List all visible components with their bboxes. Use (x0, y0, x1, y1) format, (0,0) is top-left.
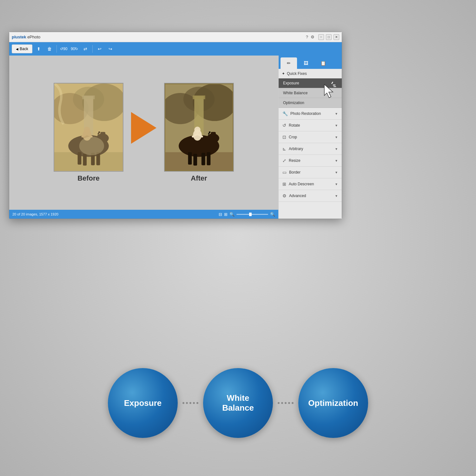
rotate-chevron: ▼ (335, 124, 338, 127)
dot (281, 402, 283, 404)
dot (278, 402, 280, 404)
circle-exposure-label: Exposure (124, 398, 162, 408)
help-icon[interactable]: ? (306, 35, 308, 39)
circle-optimization: Optimization (298, 368, 368, 438)
section-border[interactable]: ▭ Border ▼ (279, 167, 342, 178)
dot (292, 402, 294, 404)
circle-white-balance: White Balance (203, 368, 273, 438)
auto-descreen-chevron: ▼ (335, 182, 338, 186)
section-advanced[interactable]: ⚙ Advanced ▼ (279, 190, 342, 202)
panel-tabs: ✏ 🖼 📋 (279, 56, 342, 69)
section-advanced-label: Advanced (289, 194, 306, 198)
section-arbitrary-left: ⊾ Arbitrary (282, 146, 303, 151)
svg-rect-18 (54, 84, 123, 171)
qf-exposure[interactable]: Exposure (279, 78, 342, 88)
redo-icon[interactable]: ↪ (106, 44, 115, 53)
zoom-out-icon[interactable]: 🔍 (229, 212, 235, 217)
crop-section-icon: ⊡ (282, 135, 286, 140)
title-bar: plustek ePhoto ? ⚙ − □ ✕ (9, 32, 342, 42)
svg-point-19 (79, 136, 104, 155)
svg-rect-33 (211, 132, 216, 141)
border-icon: ▭ (282, 170, 287, 175)
arrow-container (131, 112, 156, 153)
status-tools: ⊟ ⊞ 🔍 🔍 (219, 212, 275, 217)
zoom-in-icon[interactable]: 🔍 (270, 212, 275, 217)
before-photo-frame (54, 83, 123, 172)
quick-fixes-header: ✦ Quick Fixes (279, 69, 342, 78)
section-photo-restoration[interactable]: 🔧 Photo Restoration ▼ (279, 108, 342, 120)
canvas-content: Before (9, 56, 278, 210)
arbitrary-icon: ⊾ (282, 146, 286, 151)
photo-restoration-chevron: ▼ (335, 112, 338, 116)
grid-icon[interactable]: ⊞ (224, 212, 228, 217)
section-advanced-left: ⚙ Advanced (282, 193, 306, 198)
svg-rect-30 (202, 153, 205, 165)
quick-fixes-items: Exposure White Balance Optimization (279, 78, 342, 108)
border-chevron: ▼ (335, 171, 338, 174)
section-resize-label: Resize (289, 158, 301, 163)
app-title: plustek ePhoto (12, 35, 306, 39)
qf-optimization[interactable]: Optimization (279, 98, 342, 108)
qf-white-balance[interactable]: White Balance (279, 88, 342, 98)
section-resize-left: ⤢ Resize (282, 158, 301, 163)
advanced-chevron: ▼ (335, 194, 338, 198)
zoom-slider-handle (249, 213, 252, 216)
settings-icon[interactable]: ⚙ (311, 35, 314, 39)
tab-share[interactable]: 📋 (315, 57, 331, 69)
resize-icon: ⤢ (282, 158, 286, 163)
section-rotate-left: ↺ Rotate (282, 123, 300, 128)
svg-rect-25 (193, 96, 205, 99)
title-bar-icons: ? ⚙ (306, 35, 314, 39)
section-arbitrary[interactable]: ⊾ Arbitrary ▼ (279, 143, 342, 155)
toolbar-separator-1 (56, 45, 57, 53)
advanced-icon: ⚙ (282, 193, 287, 198)
section-crop[interactable]: ⊡ Crop ▼ (279, 131, 342, 143)
back-button[interactable]: Back (12, 44, 32, 53)
compare-icon[interactable]: ⊟ (219, 212, 222, 217)
toolbar-separator-2 (92, 45, 93, 53)
connector-2 (273, 402, 298, 404)
flip-icon[interactable]: ⇄ (81, 44, 90, 53)
svg-rect-28 (188, 152, 192, 165)
connector-1 (178, 402, 203, 404)
delete-icon[interactable]: 🗑 (45, 44, 54, 53)
dot (182, 402, 184, 404)
before-photo-container: Before (54, 83, 123, 182)
section-resize[interactable]: ⤢ Resize ▼ (279, 155, 342, 167)
svg-point-35 (194, 127, 201, 133)
arbitrary-chevron: ▼ (335, 147, 338, 151)
section-auto-descreen-left: ⊞ Auto Descreen (282, 182, 314, 187)
before-after-arrow (131, 112, 156, 144)
dots-2 (278, 402, 294, 404)
toolbar: Back ⬆ 🗑 ↺90 90↻ ⇄ ↩ ↪ (9, 42, 342, 56)
after-label: After (191, 174, 207, 182)
rotate-right-icon[interactable]: 90↻ (70, 44, 79, 53)
circle-optimization-label: Optimization (308, 398, 358, 408)
section-border-label: Border (289, 170, 301, 175)
maximize-button[interactable]: □ (326, 34, 332, 40)
section-auto-descreen[interactable]: ⊞ Auto Descreen ▼ (279, 178, 342, 190)
rotate-left-icon[interactable]: ↺90 (59, 44, 68, 53)
dots-1 (182, 402, 198, 404)
quick-fixes-label: Quick Fixes (287, 71, 307, 76)
undo-icon[interactable]: ↩ (95, 44, 104, 53)
circle-exposure: Exposure (108, 368, 178, 438)
circle-white-balance-label: White Balance (222, 393, 254, 413)
status-bar: 20 of 20 images, 1577 x 1920 ⊟ ⊞ 🔍 🔍 (9, 210, 278, 219)
section-crop-left: ⊡ Crop (282, 135, 297, 140)
section-rotate[interactable]: ↺ Rotate ▼ (279, 120, 342, 131)
tab-enhance[interactable]: 🖼 (298, 57, 314, 69)
resize-chevron: ▼ (335, 159, 338, 162)
tab-edit[interactable]: ✏ (281, 57, 297, 69)
section-photo-restoration-left: 🔧 Photo Restoration (282, 111, 321, 116)
zoom-slider[interactable] (236, 214, 268, 215)
section-crop-label: Crop (289, 135, 297, 139)
photo-comparison: Before (54, 83, 234, 182)
after-photo-container: After (164, 83, 234, 182)
upload-icon[interactable]: ⬆ (34, 44, 43, 53)
section-photo-restoration-label: Photo Restoration (290, 111, 321, 116)
minimize-button[interactable]: − (318, 34, 324, 40)
section-arbitrary-label: Arbitrary (289, 147, 303, 151)
crop-chevron: ▼ (335, 136, 338, 139)
close-button[interactable]: ✕ (334, 34, 339, 40)
